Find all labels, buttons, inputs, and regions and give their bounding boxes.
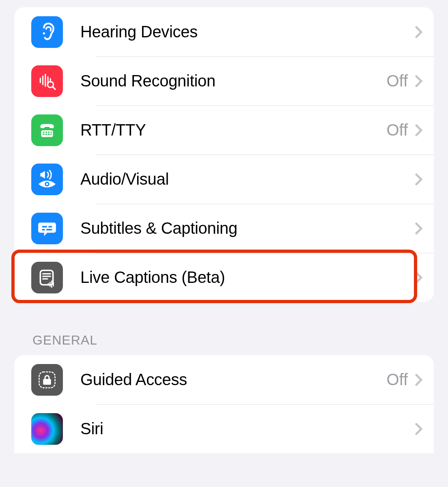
row-siri[interactable]: Siri <box>14 404 434 453</box>
live-captions-icon <box>31 262 63 293</box>
settings-group-hearing: Hearing Devices Sound Recognition Off <box>14 7 434 302</box>
svg-rect-11 <box>48 131 50 133</box>
chevron-right-icon <box>415 374 422 386</box>
siri-icon <box>31 413 63 445</box>
sound-recognition-icon <box>31 65 63 97</box>
row-label: Live Captions (Beta) <box>80 268 415 287</box>
chevron-right-icon <box>415 26 422 38</box>
svg-rect-16 <box>50 134 52 135</box>
row-label: RTT/TTY <box>80 121 386 139</box>
row-label: Siri <box>80 420 415 438</box>
chevron-right-icon <box>415 124 422 136</box>
svg-rect-14 <box>45 134 47 135</box>
svg-rect-19 <box>42 226 47 227</box>
row-subtitles-captioning[interactable]: Subtitles & Captioning <box>14 204 434 253</box>
row-sound-recognition[interactable]: Sound Recognition Off <box>14 56 434 106</box>
row-hearing-devices[interactable]: Hearing Devices <box>14 7 434 56</box>
row-label: Hearing Devices <box>80 23 415 41</box>
row-label: Subtitles & Captioning <box>80 219 415 237</box>
chevron-right-icon <box>415 423 422 435</box>
svg-rect-22 <box>46 229 52 231</box>
rtt-tty-icon <box>31 114 63 146</box>
row-value: Off <box>386 371 408 389</box>
section-header-general: GENERAL <box>32 333 448 348</box>
svg-rect-21 <box>42 229 45 231</box>
chevron-right-icon <box>415 75 422 87</box>
row-live-captions[interactable]: Live Captions (Beta) <box>14 253 434 302</box>
svg-point-0 <box>43 32 45 34</box>
svg-rect-12 <box>50 131 52 133</box>
settings-group-general: Guided Access Off Siri <box>14 355 434 453</box>
svg-rect-13 <box>43 134 45 135</box>
svg-line-7 <box>53 86 55 89</box>
svg-point-18 <box>46 183 48 185</box>
row-guided-access[interactable]: Guided Access Off <box>14 355 434 404</box>
svg-rect-9 <box>43 131 45 133</box>
row-value: Off <box>386 72 408 90</box>
svg-rect-20 <box>48 226 52 227</box>
chevron-right-icon <box>415 173 422 185</box>
guided-access-icon <box>31 364 63 396</box>
svg-rect-10 <box>45 131 47 133</box>
chevron-right-icon <box>415 222 422 235</box>
chevron-right-icon <box>415 272 422 284</box>
row-audio-visual[interactable]: Audio/Visual <box>14 155 434 204</box>
row-value: Off <box>386 121 408 139</box>
row-rtt-tty[interactable]: RTT/TTY Off <box>14 106 434 155</box>
audio-visual-icon <box>31 164 63 195</box>
svg-rect-8 <box>41 130 53 137</box>
svg-rect-15 <box>48 134 50 135</box>
row-label: Sound Recognition <box>80 72 386 90</box>
subtitles-icon <box>31 213 63 244</box>
hearing-devices-icon <box>31 16 63 48</box>
row-label: Audio/Visual <box>80 170 415 188</box>
row-label: Guided Access <box>80 371 386 389</box>
svg-rect-23 <box>40 270 53 284</box>
